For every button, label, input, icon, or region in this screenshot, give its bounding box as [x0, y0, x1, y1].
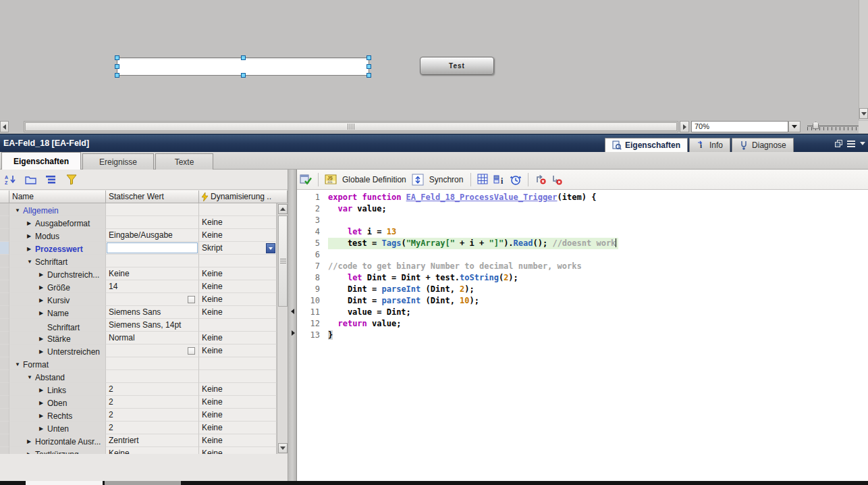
- property-name-cell[interactable]: ▶Kursiv: [9, 293, 106, 306]
- expand-closed-icon[interactable]: ▶: [27, 218, 35, 229]
- selection-handle[interactable]: [367, 55, 371, 60]
- dynamization-cell[interactable]: Keine: [199, 332, 277, 344]
- expand-closed-icon[interactable]: ▶: [39, 307, 47, 319]
- code-line[interactable]: 6: [297, 249, 868, 261]
- dynamization-cell[interactable]: Keine: [199, 447, 277, 454]
- dynamization-cell[interactable]: Keine: [199, 267, 277, 280]
- property-name-cell[interactable]: ▶Unten: [9, 422, 106, 434]
- dynamization-cell[interactable]: Keine: [199, 396, 277, 409]
- test-button-widget[interactable]: Test: [420, 57, 494, 75]
- dynamization-cell[interactable]: Skript: [199, 242, 277, 255]
- property-row[interactable]: ▶UnterstreichenKeine: [0, 344, 288, 357]
- scrollbar-thumb[interactable]: [25, 122, 677, 131]
- static-value-cell[interactable]: 2: [106, 409, 199, 422]
- property-name-cell[interactable]: ▶Stärke: [9, 332, 106, 344]
- property-row[interactable]: ▶StärkeNormalKeine: [0, 332, 288, 344]
- property-name-cell[interactable]: ▶Prozesswert: [9, 242, 106, 255]
- system-functions-icon[interactable]: i: [493, 174, 506, 186]
- property-row[interactable]: ▼Allgemein: [0, 203, 288, 216]
- code-line[interactable]: 13}: [297, 330, 868, 341]
- property-name-cell[interactable]: ▶Modus: [9, 229, 106, 242]
- property-row[interactable]: SchriftartSiemens Sans, 14pt: [0, 319, 288, 332]
- dynamization-cell[interactable]: [199, 370, 277, 383]
- dynamization-dropdown-button[interactable]: [266, 243, 275, 253]
- static-value-cell[interactable]: Eingabe/Ausgabe: [106, 229, 199, 242]
- scroll-down-button[interactable]: [859, 108, 868, 119]
- code-line[interactable]: 5 test = Tags("MyArray[" + i + "]").Read…: [297, 238, 868, 249]
- next-error-icon[interactable]: [551, 174, 563, 186]
- property-name-cell[interactable]: Schriftart: [9, 319, 106, 332]
- tab-events[interactable]: Ereignisse: [82, 153, 154, 170]
- property-row[interactable]: ▶Horizontale Ausr...ZentriertKeine: [0, 434, 288, 447]
- dynamization-cell[interactable]: Keine: [199, 434, 277, 447]
- code-line[interactable]: 8 let Dint = Dint + test.toString(2);: [297, 272, 868, 284]
- code-line[interactable]: 12 return value;: [297, 318, 868, 330]
- expand-closed-icon[interactable]: ▶: [39, 269, 47, 280]
- expand-closed-icon[interactable]: ▶: [27, 230, 35, 242]
- expand-closed-icon[interactable]: ▶: [39, 384, 47, 396]
- zoom-level-combobox[interactable]: 70%: [691, 121, 788, 132]
- static-value-cell[interactable]: [106, 203, 199, 216]
- collapse-pane-icon[interactable]: [860, 142, 865, 145]
- code-line[interactable]: 9 Dint = parseInt (Dint, 2);: [297, 284, 868, 295]
- property-name-cell[interactable]: ▶Oben: [9, 396, 106, 409]
- dynamization-cell[interactable]: Keine: [199, 422, 277, 434]
- property-row[interactable]: ▶Links2Keine: [0, 383, 288, 396]
- float-window-icon[interactable]: [835, 140, 842, 147]
- expand-closed-icon[interactable]: ▶: [39, 410, 47, 422]
- globale-definition-label[interactable]: Globale Definition: [341, 175, 408, 184]
- expand-open-icon[interactable]: ▼: [15, 359, 23, 370]
- expand-open-icon[interactable]: ▼: [27, 256, 35, 267]
- code-line[interactable]: 1export function EA_Feld_18_ProcessValue…: [297, 192, 868, 203]
- selection-handle[interactable]: [241, 55, 246, 60]
- snippets-icon[interactable]: [477, 174, 489, 186]
- property-name-cell[interactable]: ▶Durchstreich...: [9, 267, 106, 280]
- slider-handle[interactable]: [813, 122, 819, 129]
- canvas-horizontal-scrollbar[interactable]: [24, 121, 678, 132]
- static-value-cell[interactable]: [106, 255, 199, 267]
- tab-diagnose[interactable]: Diagnose: [732, 138, 794, 153]
- collapse-left-icon[interactable]: [291, 309, 294, 314]
- property-row[interactable]: ▶Durchstreich...KeineKeine: [0, 267, 288, 280]
- static-value-cell[interactable]: [106, 216, 199, 229]
- value-input[interactable]: [107, 242, 198, 253]
- property-name-cell[interactable]: ▶Größe: [9, 280, 106, 293]
- static-value-cell[interactable]: [106, 357, 199, 370]
- property-name-cell[interactable]: ▶Ausgabeformat: [9, 216, 106, 229]
- design-canvas[interactable]: Test: [0, 0, 868, 120]
- code-line[interactable]: 3: [297, 215, 868, 226]
- property-row[interactable]: ▼Format: [0, 357, 288, 370]
- filter-icon[interactable]: [65, 174, 78, 186]
- static-value-cell[interactable]: 14: [106, 280, 199, 293]
- header-name[interactable]: Name: [9, 190, 106, 203]
- dynamization-cell[interactable]: Keine: [199, 306, 277, 319]
- expand-closed-icon[interactable]: ▶: [39, 282, 47, 293]
- property-vertical-scrollbar[interactable]: [277, 203, 288, 454]
- static-value-cell[interactable]: [106, 370, 199, 383]
- validate-script-icon[interactable]: [300, 174, 312, 186]
- property-row[interactable]: ▶Größe14Keine: [0, 280, 288, 293]
- expand-closed-icon[interactable]: ▶: [27, 449, 35, 454]
- property-row[interactable]: ▶AusgabeformatKeine: [0, 216, 288, 229]
- static-value-cell[interactable]: Keine: [106, 447, 199, 454]
- property-row[interactable]: ▼Abstand: [0, 370, 288, 383]
- code-line[interactable]: 11 value = Dint;: [297, 307, 868, 318]
- expand-open-icon[interactable]: ▼: [15, 205, 23, 216]
- tab-eigenschaften[interactable]: Eigenschaften: [605, 138, 688, 153]
- static-value-cell[interactable]: 2: [106, 422, 199, 434]
- pane-splitter[interactable]: [288, 170, 297, 481]
- static-value-cell[interactable]: [106, 293, 199, 306]
- dynamization-cell[interactable]: [199, 357, 277, 370]
- code-line[interactable]: 7//code to get binary Number to decimal …: [297, 261, 868, 272]
- selection-handle[interactable]: [115, 64, 119, 69]
- dynamization-cell[interactable]: [199, 203, 277, 216]
- previous-error-icon[interactable]: [535, 174, 547, 186]
- scroll-left-button[interactable]: [0, 121, 9, 132]
- io-field[interactable]: [117, 57, 369, 76]
- expand-closed-icon[interactable]: ▶: [39, 397, 47, 409]
- property-row[interactable]: ▶ProzesswertSkript: [0, 242, 288, 255]
- value-checkbox[interactable]: [188, 296, 195, 303]
- scrollbar-thumb[interactable]: [278, 215, 288, 307]
- dynamization-cell[interactable]: [199, 319, 277, 332]
- scroll-up-button[interactable]: [278, 204, 288, 214]
